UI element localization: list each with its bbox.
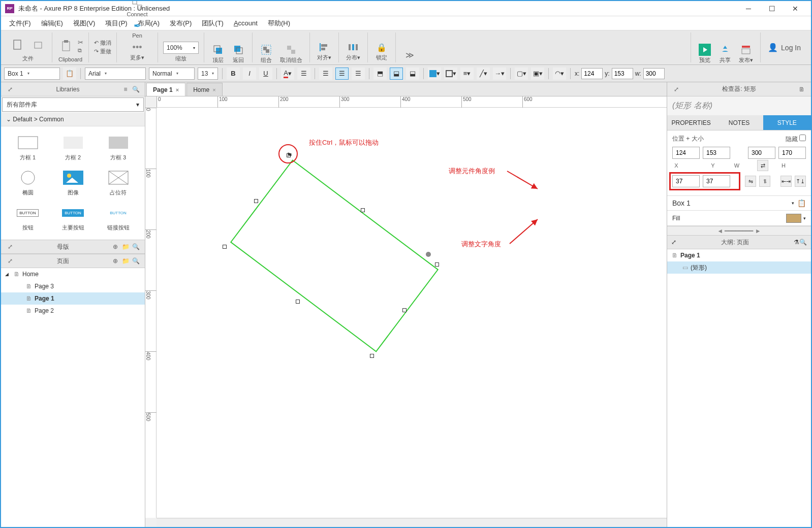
cut-icon[interactable]: ✂ xyxy=(78,39,83,46)
style-y-input[interactable] xyxy=(703,147,730,159)
zoom-combo[interactable]: 100%▾ xyxy=(163,42,199,54)
resize-handle[interactable] xyxy=(361,208,365,212)
pages-add-icon[interactable]: ⊕ xyxy=(110,256,120,266)
masters-collapse-icon[interactable]: ⤢ xyxy=(5,242,15,252)
line-width-button[interactable]: ≡▾ xyxy=(460,68,474,80)
masters-folder-icon[interactable]: 📁 xyxy=(120,242,131,252)
valign-top-button[interactable]: ⬒ xyxy=(373,68,387,80)
menu-file[interactable]: 文件(F) xyxy=(4,17,36,30)
autofit-h-icon[interactable]: ⤒⤓ xyxy=(795,176,806,187)
pos-x-input[interactable] xyxy=(581,68,603,79)
hide-checkbox[interactable] xyxy=(799,135,806,141)
masters-add-icon[interactable]: ⊕ xyxy=(110,242,120,252)
line-style-button[interactable]: ╱▾ xyxy=(477,68,490,80)
style-name-row[interactable]: Box 1 ▾📋 xyxy=(667,195,811,211)
lock-aspect-icon[interactable]: ⇄ xyxy=(757,160,768,171)
menu-account[interactable]: Account xyxy=(229,17,263,29)
maximize-button[interactable]: ☐ xyxy=(760,2,784,16)
autofit-w-icon[interactable]: ⇤⇥ xyxy=(780,176,792,187)
pen-button[interactable]: ✒Pen xyxy=(129,18,146,40)
shadow-inner-button[interactable]: ▣▾ xyxy=(531,68,544,80)
valign-bottom-button[interactable]: ⬓ xyxy=(406,68,419,80)
copy-icon[interactable]: ⧉ xyxy=(78,47,83,54)
bullet-button[interactable]: ☰ xyxy=(297,68,310,80)
libraries-collapse-icon[interactable]: ⤢ xyxy=(5,84,15,94)
file-new-icon[interactable] xyxy=(9,37,26,52)
menu-team[interactable]: 团队(T) xyxy=(197,17,229,30)
group-button[interactable]: 组合 xyxy=(258,42,275,65)
outline-collapse-icon[interactable]: ⤢ xyxy=(671,239,676,246)
tab-page1[interactable]: Page 1× xyxy=(146,83,185,96)
login-button[interactable]: 👤 Log In xyxy=(761,32,808,62)
library-category[interactable]: ⌄ Default > Common xyxy=(1,113,145,126)
masters-search-icon[interactable]: 🔍 xyxy=(131,242,141,252)
shadow-outer-button[interactable]: ▢▾ xyxy=(515,68,528,80)
fill-swatch[interactable] xyxy=(786,214,801,223)
tree-row-page3[interactable]: 🗎Page 3 xyxy=(1,280,145,292)
share-button[interactable]: 共享 xyxy=(716,42,734,65)
resize-handle[interactable] xyxy=(296,300,300,304)
undo-button[interactable]: ↶ 撤消 xyxy=(94,39,111,47)
menu-project[interactable]: 项目(P) xyxy=(100,17,132,30)
publish-button[interactable]: 发布▾ xyxy=(737,42,755,65)
style-hscroll[interactable]: ◄ ━━━━━━━━ ► xyxy=(667,226,811,235)
outline-row-shape[interactable]: ▭(矩形) xyxy=(667,261,811,274)
bold-button[interactable]: B xyxy=(227,68,240,80)
arrow-style-button[interactable]: →▾ xyxy=(493,68,506,80)
widget-image[interactable]: 图像 xyxy=(51,167,95,200)
close-button[interactable]: ✕ xyxy=(784,2,807,16)
pages-collapse-icon[interactable]: ⤢ xyxy=(5,256,15,266)
ungroup-button[interactable]: 取消组合 xyxy=(278,42,304,65)
tab-properties[interactable]: PROPERTIES xyxy=(667,115,715,130)
tab-home[interactable]: Home× xyxy=(186,83,222,96)
widget-placeholder[interactable]: 占位符 xyxy=(97,167,140,200)
file-open-icon[interactable] xyxy=(29,37,47,52)
inspector-note-icon[interactable]: 🗎 xyxy=(797,84,807,94)
resize-handle[interactable] xyxy=(370,354,374,358)
send-back-button[interactable]: 返回 xyxy=(230,42,247,65)
tree-row-page2[interactable]: 🗎Page 2 xyxy=(1,305,145,317)
canvas-hscrollbar[interactable] xyxy=(157,518,667,527)
tab-notes[interactable]: NOTES xyxy=(715,115,763,130)
shape-name-input[interactable]: (矩形 名称) xyxy=(667,96,811,115)
align-left-button[interactable]: ☰ xyxy=(319,68,332,80)
align-right-button[interactable]: ☰ xyxy=(352,68,365,80)
widget-box2[interactable]: 方框 2 xyxy=(51,131,95,164)
pos-y-input[interactable] xyxy=(612,68,633,79)
menu-view[interactable]: 视图(V) xyxy=(68,17,100,30)
menu-edit[interactable]: 编辑(E) xyxy=(36,17,68,30)
paste-icon[interactable] xyxy=(57,39,75,54)
pages-folder-icon[interactable]: 📁 xyxy=(120,256,131,266)
tab-style[interactable]: STYLE xyxy=(763,115,811,130)
style-x-input[interactable] xyxy=(672,147,700,159)
align-center-button[interactable]: ☰ xyxy=(335,68,349,80)
corner-radius-button[interactable]: ◠▾ xyxy=(553,68,566,80)
flip-h-icon[interactable]: ⇋ xyxy=(745,176,756,187)
rotate-handle[interactable] xyxy=(426,252,431,257)
connect-button[interactable]: Connect xyxy=(125,0,150,18)
outline-row-page[interactable]: 🗎Page 1 xyxy=(667,249,811,261)
widget-box3[interactable]: 方框 3 xyxy=(97,131,140,164)
resize-handle[interactable] xyxy=(254,199,258,203)
libraries-menu-icon[interactable]: ≡ xyxy=(120,84,131,94)
widget-ellipse[interactable]: 椭圆 xyxy=(6,167,49,200)
italic-button[interactable]: I xyxy=(243,68,256,80)
widget-primary-button[interactable]: BUTTON主要按钮 xyxy=(51,202,95,235)
outline-filter-icon[interactable]: ⚗ xyxy=(794,239,799,246)
resize-handle[interactable] xyxy=(435,262,439,267)
font-color-button[interactable]: A▾ xyxy=(281,68,294,80)
font-select[interactable]: Arial xyxy=(85,68,146,80)
library-selector[interactable]: 所有部件库▾ xyxy=(2,97,144,112)
valign-middle-button[interactable]: ⬓ xyxy=(390,68,403,80)
tree-row-home[interactable]: ◢🗎Home xyxy=(1,268,145,280)
resize-handle[interactable] xyxy=(402,308,407,312)
widget-button[interactable]: BUTTON按钮 xyxy=(6,202,49,235)
resize-handle[interactable] xyxy=(223,245,227,249)
flip-v-icon[interactable]: ⥮ xyxy=(759,176,770,187)
style-w-input[interactable] xyxy=(748,147,775,159)
tab-close-icon[interactable]: × xyxy=(212,87,215,93)
pages-search-icon[interactable]: 🔍 xyxy=(131,256,141,266)
align-button[interactable]: 对齐▾ xyxy=(315,40,333,62)
line-color-button[interactable]: ▾ xyxy=(444,68,457,80)
style-h-input[interactable] xyxy=(778,147,806,159)
